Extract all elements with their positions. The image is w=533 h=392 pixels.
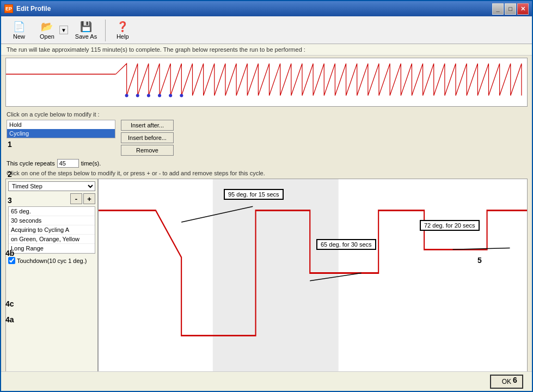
svg-point-5 [158, 94, 161, 97]
help-label: Help [117, 33, 129, 40]
main-content: 📄 New 📂 Open ▼ 💾 Save As ❓ Help T [1, 16, 532, 391]
window-icon: EP [4, 4, 13, 13]
svg-rect-0 [6, 58, 527, 106]
side-label-4b: 4b [5, 249, 14, 258]
new-button[interactable]: 📄 New [5, 19, 33, 41]
main-window: EP Edit Profile _ □ ✕ 📄 New 📂 Open ▼ [0, 0, 533, 392]
cycle-list-item-cycling[interactable]: Cycling [7, 129, 115, 138]
open-dropdown-arrow[interactable]: ▼ [59, 26, 68, 34]
repeat-prefix: This cycle repeats [7, 160, 55, 167]
new-label: New [13, 33, 25, 40]
info-text: The run will take approximately 115 minu… [7, 46, 305, 53]
step-item-30sec[interactable]: 30 seconds [9, 216, 95, 225]
window-title: Edit Profile [16, 5, 51, 13]
title-bar-buttons: _ □ ✕ [492, 3, 529, 15]
cycle-buttons: Insert after... Insert before... Remove [121, 120, 174, 156]
minimize-button[interactable]: _ [492, 3, 504, 15]
step-panel: Timed Step Temperature Step - + 65 deg. … [5, 179, 98, 391]
step-remove-button[interactable]: - [70, 193, 82, 204]
open-icon: 📂 [40, 20, 53, 33]
saveas-icon: 💾 [79, 20, 93, 33]
title-bar-left: EP Edit Profile [4, 4, 51, 13]
run-graph-svg [6, 58, 527, 106]
saveas-button[interactable]: 💾 Save As [70, 19, 102, 41]
side-label-1: 1 [8, 140, 12, 149]
side-label-4a: 4a [5, 315, 14, 324]
lower-section: Timed Step Temperature Step - + 65 deg. … [1, 179, 532, 391]
repeat-suffix: time(s). [81, 160, 101, 167]
step-type-row: Timed Step Temperature Step [8, 181, 95, 191]
step-item-65deg[interactable]: 65 deg. [9, 207, 95, 216]
cycle-list: Hold Cycling [7, 120, 115, 138]
svg-point-7 [180, 94, 183, 97]
step-graph-area: 95 deg. for 15 secs 65 deg. for 30 secs … [98, 179, 528, 391]
bottom-bar: OK [1, 371, 532, 391]
svg-point-2 [125, 94, 128, 97]
svg-point-3 [136, 94, 139, 97]
cycle-section-label: Click on a cycle below to modify it : [7, 111, 526, 118]
close-button[interactable]: ✕ [517, 3, 529, 15]
step-add-remove: - + [8, 193, 95, 204]
saveas-label: Save As [75, 33, 97, 40]
step-type-select[interactable]: Timed Step Temperature Step [8, 181, 95, 191]
info-bar: The run will take approximately 115 minu… [1, 44, 532, 56]
svg-point-6 [169, 94, 172, 97]
side-label-4c: 4c [5, 299, 14, 308]
title-bar: EP Edit Profile _ □ ✕ [1, 1, 532, 16]
ok-button[interactable]: OK [490, 375, 523, 389]
cycle-controls: Hold Cycling Insert after... Insert befo… [7, 120, 526, 156]
steps-info-text: Click on one of the steps below to modif… [7, 170, 265, 176]
touchdown-label: Touchdown(10 cyc 1 deg.) [17, 258, 87, 264]
help-button[interactable]: ❓ Help [109, 19, 136, 41]
repeat-row: This cycle repeats time(s). [1, 159, 532, 168]
cycle-section: Click on a cycle below to modify it : Ho… [1, 109, 532, 157]
annotation-72deg: 72 deg. for 20 secs [420, 220, 480, 231]
run-graph [5, 58, 528, 107]
svg-point-4 [147, 94, 150, 97]
step-item-longrange[interactable]: Long Range [9, 244, 95, 253]
side-label-3: 3 [8, 196, 12, 205]
step-graph-svg [99, 179, 527, 390]
side-label-2: 2 [8, 170, 12, 179]
open-label: Open [40, 33, 54, 40]
cycle-list-item-hold[interactable]: Hold [7, 120, 115, 129]
step-add-button[interactable]: + [83, 193, 95, 204]
open-button[interactable]: 📂 Open [35, 19, 59, 41]
step-checkbox-row: Touchdown(10 cyc 1 deg.) [8, 256, 95, 265]
new-icon: 📄 [13, 20, 26, 33]
step-item-acquiring[interactable]: Acquiring to Cycling A [9, 225, 95, 235]
toolbar: 📄 New 📂 Open ▼ 💾 Save As ❓ Help [1, 16, 532, 44]
remove-button[interactable]: Remove [121, 145, 174, 156]
maximize-button[interactable]: □ [505, 3, 516, 15]
insert-after-button[interactable]: Insert after... [121, 120, 174, 131]
help-icon: ❓ [116, 20, 129, 33]
step-list: 65 deg. 30 seconds Acquiring to Cycling … [8, 206, 95, 254]
side-label-6: 6 [513, 376, 517, 384]
toolbar-separator [105, 20, 106, 41]
touchdown-checkbox[interactable] [8, 257, 15, 264]
annotation-65deg: 65 deg. for 30 secs [316, 239, 376, 250]
annotation-95deg: 95 deg. for 15 secs [224, 189, 284, 200]
steps-info: Click on one of the steps below to modif… [1, 169, 532, 179]
cycle-list-area: Hold Cycling [7, 120, 115, 138]
insert-before-button[interactable]: Insert before... [121, 132, 174, 143]
step-item-colors[interactable]: on Green, Orange, Yellow [9, 235, 95, 244]
side-label-5: 5 [477, 256, 482, 265]
repeat-input[interactable] [57, 159, 79, 168]
